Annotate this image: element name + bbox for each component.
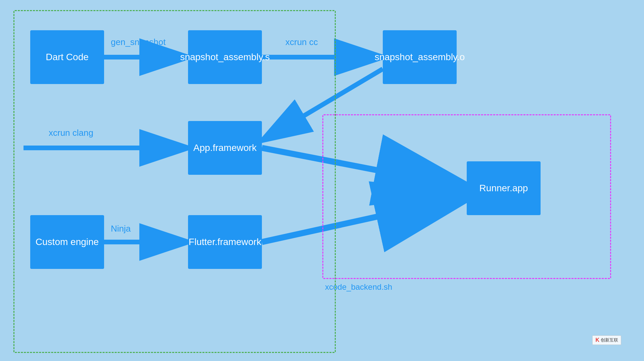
watermark-icon: K (595, 337, 599, 343)
node-dart-code: Dart Code (30, 30, 104, 84)
node-flutter-framework: Flutter.framework (188, 215, 262, 269)
watermark: K 创新互联 (592, 335, 621, 345)
label-xcode-backend: xcode_backend.sh (325, 282, 392, 292)
label-gen-snapshot: gen_snapshot (111, 37, 166, 47)
diagram-container: Dart Code snapshot_assembly.s snapshot_a… (10, 7, 634, 354)
node-snapshot-s: snapshot_assembly.s (188, 30, 262, 84)
watermark-text: 创新互联 (601, 337, 618, 343)
label-xcrun-clang: xcrun clang (49, 128, 93, 138)
node-snapshot-o: snapshot_assembly.o (383, 30, 457, 84)
node-app-framework: App.framework (188, 121, 262, 175)
node-runner-app: Runner.app (467, 161, 541, 215)
label-ninja: Ninja (111, 224, 131, 234)
node-custom-engine: Custom engine (30, 215, 104, 269)
label-xcrun-cc: xcrun cc (285, 37, 318, 47)
